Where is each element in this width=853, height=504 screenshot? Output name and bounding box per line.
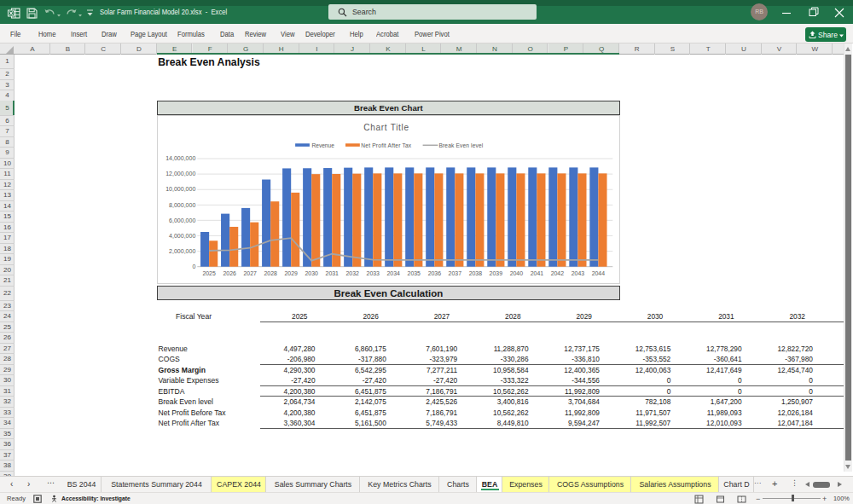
svg-text:0: 0: [192, 264, 195, 269]
svg-text:2042: 2042: [550, 270, 564, 276]
svg-text:2026: 2026: [223, 270, 236, 276]
svg-text:2035: 2035: [407, 270, 421, 276]
svg-text:2040: 2040: [509, 270, 523, 276]
svg-text:Chart Title: Chart Title: [363, 123, 409, 132]
svg-text:2037: 2037: [448, 270, 461, 276]
svg-text:12,000,000: 12,000,000: [165, 171, 195, 177]
svg-text:Break Even level: Break Even level: [438, 142, 483, 148]
svg-text:2030: 2030: [305, 270, 318, 276]
svg-text:Net Profit After Tax: Net Profit After Tax: [361, 142, 412, 148]
svg-text:Revenue: Revenue: [311, 142, 334, 148]
svg-text:2032: 2032: [345, 270, 359, 276]
svg-text:2039: 2039: [489, 270, 502, 276]
svg-text:2027: 2027: [243, 270, 257, 276]
svg-text:2038: 2038: [468, 270, 482, 276]
svg-text:2031: 2031: [325, 270, 339, 276]
svg-text:2028: 2028: [264, 270, 277, 276]
svg-text:2044: 2044: [591, 270, 605, 276]
svg-text:2043: 2043: [572, 270, 585, 276]
svg-text:14,000,000: 14,000,000: [165, 155, 195, 161]
svg-text:2,000,000: 2,000,000: [169, 248, 195, 254]
svg-text:2033: 2033: [366, 270, 380, 276]
svg-text:2025: 2025: [202, 270, 216, 276]
svg-text:8,000,000: 8,000,000: [169, 202, 195, 208]
svg-text:2034: 2034: [386, 270, 400, 276]
svg-text:2029: 2029: [284, 270, 298, 276]
svg-text:2036: 2036: [427, 270, 441, 276]
svg-text:4,000,000: 4,000,000: [169, 233, 195, 239]
svg-text:10,000,000: 10,000,000: [165, 186, 195, 192]
svg-text:6,000,000: 6,000,000: [169, 217, 195, 223]
svg-text:2041: 2041: [531, 270, 544, 276]
